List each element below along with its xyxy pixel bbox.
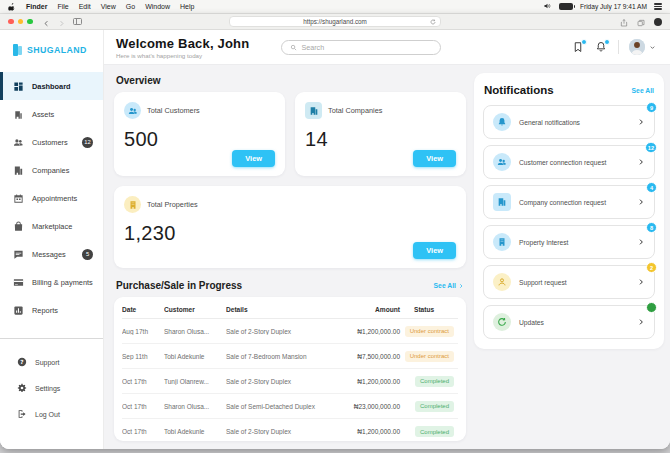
cell-status: Under contract bbox=[404, 351, 458, 362]
sidebar-divider bbox=[0, 338, 103, 339]
cell-details: Sale of 2-Story Duplex bbox=[226, 378, 338, 385]
sidebar-item-dashboard[interactable]: Dashboard bbox=[0, 72, 103, 100]
apple-icon[interactable] bbox=[8, 2, 17, 11]
customers-icon bbox=[124, 102, 141, 119]
notification-badge: 12 bbox=[645, 142, 657, 153]
page-header: Welcome Back, John Here is what's happen… bbox=[104, 30, 670, 65]
sidebar-item-label: Billing & payments bbox=[32, 278, 93, 287]
notifications-see-all-link[interactable]: See All bbox=[632, 87, 654, 94]
cell-status: Completed bbox=[404, 376, 458, 387]
sidebar-item-support[interactable]: ?Support bbox=[0, 349, 103, 375]
sidebar-item-label: Companies bbox=[32, 166, 69, 175]
header-actions bbox=[572, 39, 656, 55]
bell-icon[interactable] bbox=[595, 41, 608, 54]
shugaland-logo-icon bbox=[13, 44, 22, 56]
sidebar-item-customers[interactable]: Customers12 bbox=[0, 128, 103, 156]
sidebar-item-messages[interactable]: Messages5 bbox=[0, 240, 103, 268]
sidebar-item-companies[interactable]: Companies bbox=[0, 156, 103, 184]
view-properties-button[interactable]: View bbox=[413, 242, 456, 259]
transactions-table: DateCustomerDetailsAmountStatusAug 17thS… bbox=[114, 297, 466, 441]
cell-details: Sale of 2-Story Duplex bbox=[226, 328, 338, 335]
sidebar-toggle-icon[interactable] bbox=[73, 18, 82, 26]
sidebar-badge: 5 bbox=[82, 249, 93, 260]
window-controls bbox=[8, 19, 33, 25]
tabs-icon[interactable] bbox=[637, 14, 645, 31]
control-center-icon[interactable] bbox=[654, 3, 662, 9]
battery-icon[interactable] bbox=[559, 3, 573, 10]
table-row[interactable]: Sep 11thTobi AdekunleSale of 7-Bedroom M… bbox=[122, 344, 458, 369]
sidebar-item-reports[interactable]: Reports bbox=[0, 296, 103, 324]
table-row[interactable]: Aug 17thSharon Olusa...Sale of 2-Story D… bbox=[122, 319, 458, 344]
volume-icon[interactable] bbox=[543, 2, 552, 11]
cell-date: Aug 17th bbox=[122, 328, 164, 335]
notification-item-customer-connection-request[interactable]: Customer connection request12 bbox=[483, 145, 655, 179]
notification-item-property-interest[interactable]: Property Interest8 bbox=[483, 225, 655, 259]
sidebar-badge: 12 bbox=[82, 137, 93, 148]
browser-profile-icon[interactable] bbox=[654, 18, 662, 26]
notifications-panel: Notifications See All General notificati… bbox=[474, 73, 664, 349]
transactions-see-all-link[interactable]: See All bbox=[434, 282, 464, 289]
stat-value: 500 bbox=[124, 128, 275, 151]
table-row[interactable]: Oct 17thSharon Olusa...Sale of Semi-Deta… bbox=[122, 394, 458, 419]
url-text: https://shugarland.com bbox=[303, 18, 367, 25]
sidebar-item-assets[interactable]: Assets bbox=[0, 100, 103, 128]
welcome-block: Welcome Back, John Here is what's happen… bbox=[116, 36, 249, 59]
table-row[interactable]: Oct 17thTobi AdekunleSale of 2-Story Dup… bbox=[122, 419, 458, 441]
table-row[interactable]: Oct 17thTunji Olanrew...Sale of 2-Story … bbox=[122, 369, 458, 394]
transactions-title: Purchase/Sale in Progress bbox=[116, 280, 242, 291]
sidebar-item-label: Assets bbox=[32, 110, 54, 119]
view-customers-button[interactable]: View bbox=[232, 150, 275, 167]
sidebar: SHUGALAND DashboardAssetsCustomers12Comp… bbox=[0, 30, 104, 449]
messages-icon bbox=[13, 249, 24, 260]
menu-item-help[interactable]: Help bbox=[180, 3, 194, 10]
forward-icon[interactable] bbox=[58, 14, 65, 31]
search-input[interactable] bbox=[301, 43, 432, 52]
svg-text:?: ? bbox=[20, 359, 23, 365]
stat-cards-row: Total Customers 500 View Total Companies bbox=[114, 92, 466, 176]
menubar-app-name[interactable]: Finder bbox=[26, 3, 47, 10]
menu-item-window[interactable]: Window bbox=[145, 3, 170, 10]
sidebar-item-label: Appointments bbox=[32, 194, 77, 203]
notification-item-updates[interactable]: Updates bbox=[483, 305, 655, 339]
refresh-icon bbox=[493, 313, 511, 331]
sidebar-item-billing-payments[interactable]: Billing & payments bbox=[0, 268, 103, 296]
menubar-clock[interactable]: Friday July 17 9:41 AM bbox=[580, 3, 647, 10]
cell-details: Sale of 7-Bedroom Mansion bbox=[226, 353, 338, 360]
chevron-right-icon bbox=[458, 283, 464, 289]
notification-label: Property Interest bbox=[519, 239, 568, 246]
support-icon: ? bbox=[17, 357, 27, 367]
view-companies-button[interactable]: View bbox=[413, 150, 456, 167]
logo[interactable]: SHUGALAND bbox=[0, 44, 103, 56]
sidebar-item-label: Marketplace bbox=[32, 222, 72, 231]
bell-icon bbox=[493, 113, 511, 131]
menu-item-edit[interactable]: Edit bbox=[79, 3, 91, 10]
reload-icon[interactable] bbox=[430, 19, 436, 25]
zoom-window-button[interactable] bbox=[27, 19, 33, 25]
sidebar-item-appointments[interactable]: Appointments bbox=[0, 184, 103, 212]
notification-badge: 8 bbox=[646, 222, 657, 233]
sidebar-item-marketplace[interactable]: Marketplace bbox=[0, 212, 103, 240]
cell-date: Oct 17th bbox=[122, 378, 164, 385]
user-menu[interactable] bbox=[629, 39, 656, 55]
notification-item-company-connection-request[interactable]: Company connection request4 bbox=[483, 185, 655, 219]
notification-item-support-request[interactable]: Support request2 bbox=[483, 265, 655, 299]
share-icon[interactable] bbox=[620, 14, 628, 31]
bookmark-icon[interactable] bbox=[572, 41, 585, 54]
appointments-icon bbox=[13, 193, 24, 204]
menu-item-go[interactable]: Go bbox=[126, 3, 135, 10]
sidebar-item-log-out[interactable]: Log Out bbox=[0, 401, 103, 427]
search-box[interactable] bbox=[281, 40, 441, 55]
sidebar-item-label: Dashboard bbox=[32, 82, 71, 91]
address-bar[interactable]: https://shugarland.com bbox=[229, 16, 441, 27]
screen: Finder FileEditViewGoWindowHelp Friday J… bbox=[0, 0, 670, 453]
close-window-button[interactable] bbox=[8, 19, 14, 25]
menu-item-view[interactable]: View bbox=[101, 3, 116, 10]
chevron-right-icon bbox=[637, 158, 645, 166]
notification-item-general-notifications[interactable]: General notifications9 bbox=[483, 105, 655, 139]
back-icon[interactable] bbox=[43, 14, 50, 31]
page-title: Welcome Back, John bbox=[116, 36, 249, 51]
sidebar-item-settings[interactable]: Settings bbox=[0, 375, 103, 401]
cell-date: Oct 17th bbox=[122, 428, 164, 435]
menu-item-file[interactable]: File bbox=[57, 3, 68, 10]
minimize-window-button[interactable] bbox=[18, 19, 24, 25]
